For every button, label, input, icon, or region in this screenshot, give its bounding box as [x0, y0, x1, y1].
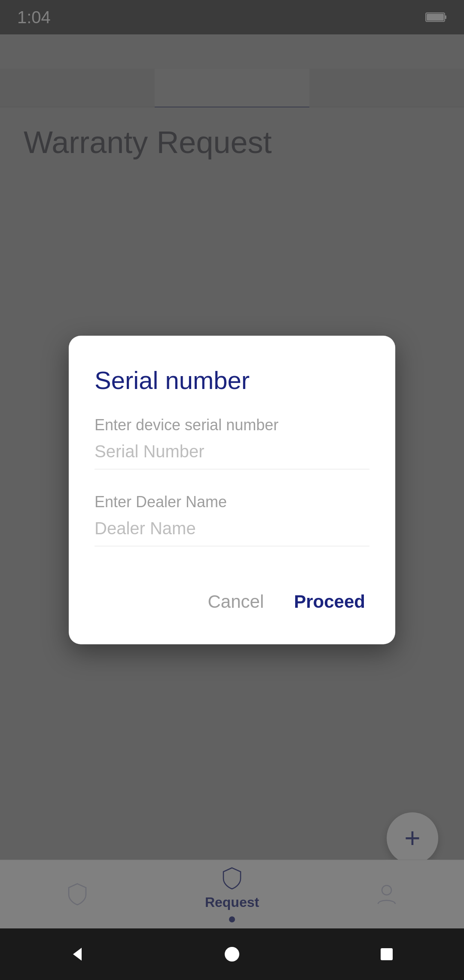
dialog-title: Serial number — [95, 366, 369, 395]
proceed-button[interactable]: Proceed — [290, 583, 369, 621]
dealer-name-input[interactable] — [95, 511, 369, 546]
home-button[interactable] — [217, 939, 247, 969]
svg-marker-4 — [73, 948, 82, 961]
cancel-button[interactable]: Cancel — [204, 583, 269, 621]
dialog-actions: Cancel Proceed — [95, 583, 369, 621]
serial-number-dialog: Serial number Enter device serial number… — [69, 336, 395, 644]
recents-button[interactable] — [372, 939, 402, 969]
serial-field-label: Enter device serial number — [95, 416, 278, 434]
serial-number-input[interactable] — [95, 434, 369, 469]
system-nav-bar — [0, 928, 464, 980]
back-button[interactable] — [62, 939, 92, 969]
svg-point-5 — [225, 947, 239, 962]
svg-rect-6 — [381, 948, 393, 960]
dealer-field-label: Enter Dealer Name — [95, 493, 227, 511]
